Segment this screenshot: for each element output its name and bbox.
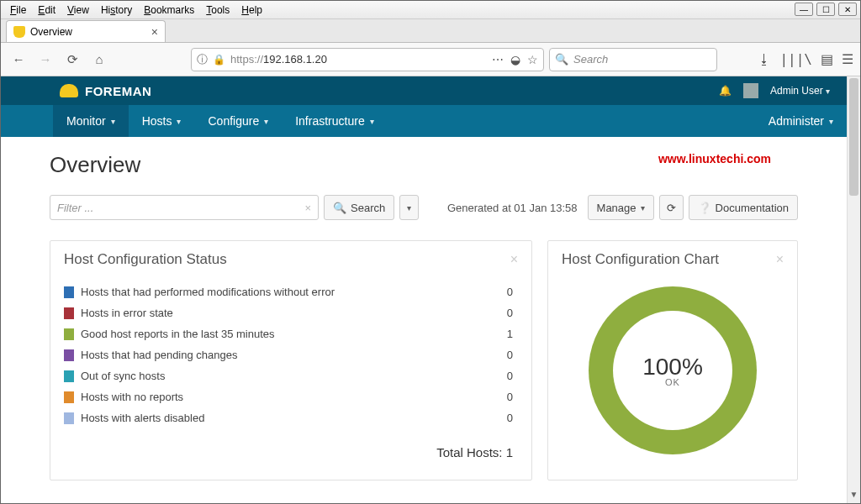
status-swatch bbox=[64, 349, 74, 361]
refresh-button[interactable]: ⟳ bbox=[659, 195, 684, 220]
status-swatch bbox=[64, 307, 74, 319]
documentation-button[interactable]: ❔Documentation bbox=[689, 195, 798, 220]
hamburger-menu-icon[interactable]: ☰ bbox=[842, 51, 853, 67]
status-row[interactable]: Hosts that had performed modifications w… bbox=[64, 281, 518, 302]
status-label: Good host reports in the last 35 minutes bbox=[81, 328, 275, 340]
helmet-icon bbox=[60, 84, 78, 97]
window-close-button[interactable]: ✕ bbox=[838, 3, 857, 16]
window-maximize-button[interactable]: ☐ bbox=[816, 3, 835, 16]
filter-placeholder: Filter ... bbox=[57, 202, 93, 214]
status-swatch bbox=[64, 328, 74, 340]
sidebar-icon[interactable]: ▤ bbox=[821, 51, 833, 67]
status-swatch bbox=[64, 286, 74, 298]
search-icon: 🔍 bbox=[333, 202, 346, 214]
url-more-icon[interactable]: ⋯ bbox=[492, 53, 504, 66]
help-icon: ❔ bbox=[698, 202, 711, 214]
menu-edit[interactable]: Edit bbox=[32, 3, 61, 18]
tab-title: Overview bbox=[30, 26, 72, 38]
panel-title: Host Configuration Status bbox=[64, 251, 227, 268]
status-label: Out of sync hosts bbox=[81, 370, 165, 382]
search-dropdown-button[interactable]: ▾ bbox=[399, 195, 419, 220]
menu-bookmarks[interactable]: Bookmarks bbox=[138, 3, 200, 18]
status-swatch bbox=[64, 370, 74, 382]
status-swatch bbox=[64, 391, 74, 403]
browser-search-input[interactable]: 🔍 Search bbox=[549, 48, 717, 71]
donut-chart: 100% OK bbox=[589, 286, 757, 454]
status-label: Hosts with alerts disabled bbox=[81, 412, 204, 424]
status-swatch bbox=[64, 412, 74, 424]
search-placeholder: Search bbox=[573, 53, 608, 66]
nav-administer[interactable]: Administer▾ bbox=[755, 105, 847, 137]
browser-tab-active[interactable]: Overview × bbox=[6, 20, 166, 42]
menu-help[interactable]: Help bbox=[235, 3, 268, 18]
status-row[interactable]: Hosts with alerts disabled0 bbox=[64, 407, 518, 428]
scroll-down-icon[interactable]: ▼ bbox=[848, 490, 860, 503]
host-config-status-panel: Host Configuration Status × Hosts that h… bbox=[50, 240, 532, 480]
window-minimize-button[interactable]: — bbox=[795, 3, 813, 16]
status-row[interactable]: Good host reports in the last 35 minutes… bbox=[64, 323, 518, 344]
url-text: https://192.168.1.20 bbox=[230, 53, 487, 66]
nav-reload-button[interactable]: ⟳ bbox=[61, 49, 83, 71]
nav-forward-button[interactable]: → bbox=[34, 49, 56, 71]
lock-icon: 🔒 bbox=[213, 54, 225, 66]
panel-close-icon[interactable]: × bbox=[776, 252, 784, 267]
brand-label: FOREMAN bbox=[85, 84, 151, 98]
status-row[interactable]: Hosts with no reports0 bbox=[64, 386, 518, 407]
manage-button[interactable]: Manage ▾ bbox=[588, 195, 654, 220]
status-value: 1 bbox=[507, 328, 518, 340]
downloads-icon[interactable]: ⭳ bbox=[758, 52, 771, 67]
total-hosts-label: Total Hosts: 1 bbox=[50, 438, 531, 471]
status-row[interactable]: Out of sync hosts0 bbox=[64, 365, 518, 386]
status-label: Hosts that had pending changes bbox=[81, 349, 237, 361]
browser-tabstrip: Overview × bbox=[1, 19, 860, 43]
watermark-text: www.linuxtechi.com bbox=[658, 152, 771, 165]
status-label: Hosts in error state bbox=[81, 307, 173, 319]
status-label: Hosts with no reports bbox=[81, 391, 183, 403]
avatar-icon bbox=[743, 83, 758, 98]
status-value: 0 bbox=[507, 307, 518, 319]
primary-nav: Monitor▾ Hosts▾ Configure▾ Infrastructur… bbox=[1, 105, 847, 137]
os-menubar: File Edit View History Bookmarks Tools H… bbox=[1, 1, 860, 19]
status-row[interactable]: Hosts in error state0 bbox=[64, 302, 518, 323]
app-header: FOREMAN 🔔 Admin User ▾ bbox=[1, 76, 847, 105]
status-label: Hosts that had performed modifications w… bbox=[81, 286, 335, 298]
status-value: 0 bbox=[507, 349, 518, 361]
nav-back-button[interactable]: ← bbox=[8, 49, 29, 71]
search-icon: 🔍 bbox=[555, 53, 568, 66]
search-button[interactable]: 🔍Search bbox=[324, 195, 394, 220]
panel-title: Host Configuration Chart bbox=[562, 251, 719, 268]
pocket-icon[interactable]: ◒ bbox=[510, 53, 520, 66]
menu-file[interactable]: File bbox=[4, 3, 32, 18]
filter-input[interactable]: Filter ... × bbox=[50, 195, 319, 220]
browser-toolbar: ← → ⟳ ⌂ ⓘ 🔒 https://192.168.1.20 ⋯ ◒ ☆ 🔍… bbox=[1, 43, 860, 76]
tab-close-icon[interactable]: × bbox=[151, 25, 158, 39]
scroll-thumb[interactable] bbox=[849, 78, 858, 196]
status-value: 0 bbox=[507, 391, 518, 403]
menu-history[interactable]: History bbox=[95, 3, 138, 18]
bookmark-star-icon[interactable]: ☆ bbox=[527, 53, 538, 66]
vertical-scrollbar[interactable]: ▲ ▼ bbox=[847, 76, 860, 503]
host-config-chart-panel: Host Configuration Chart × 100% OK bbox=[547, 240, 798, 480]
nav-monitor[interactable]: Monitor▾ bbox=[53, 105, 129, 137]
menu-tools[interactable]: Tools bbox=[200, 3, 235, 18]
status-row[interactable]: Hosts that had pending changes0 bbox=[64, 344, 518, 365]
nav-infrastructure[interactable]: Infrastructure▾ bbox=[282, 105, 387, 137]
url-bar[interactable]: ⓘ 🔒 https://192.168.1.20 ⋯ ◒ ☆ bbox=[191, 48, 544, 71]
generated-at-text: Generated at 01 Jan 13:58 bbox=[447, 202, 578, 214]
brand[interactable]: FOREMAN bbox=[60, 84, 151, 98]
filter-clear-icon[interactable]: × bbox=[304, 202, 311, 214]
notifications-icon[interactable]: 🔔 bbox=[719, 85, 732, 97]
panel-close-icon[interactable]: × bbox=[510, 252, 518, 267]
nav-home-button[interactable]: ⌂ bbox=[88, 49, 110, 71]
library-icon[interactable]: |||\ bbox=[779, 51, 812, 67]
donut-status-label: OK bbox=[665, 377, 680, 387]
favicon-icon bbox=[13, 26, 25, 38]
nav-configure[interactable]: Configure▾ bbox=[194, 105, 282, 137]
menu-view[interactable]: View bbox=[61, 3, 95, 18]
status-value: 0 bbox=[507, 370, 518, 382]
status-value: 0 bbox=[507, 412, 518, 424]
status-value: 0 bbox=[507, 286, 518, 298]
user-menu[interactable]: Admin User ▾ bbox=[770, 85, 830, 97]
info-icon[interactable]: ⓘ bbox=[197, 52, 208, 67]
nav-hosts[interactable]: Hosts▾ bbox=[129, 105, 195, 137]
